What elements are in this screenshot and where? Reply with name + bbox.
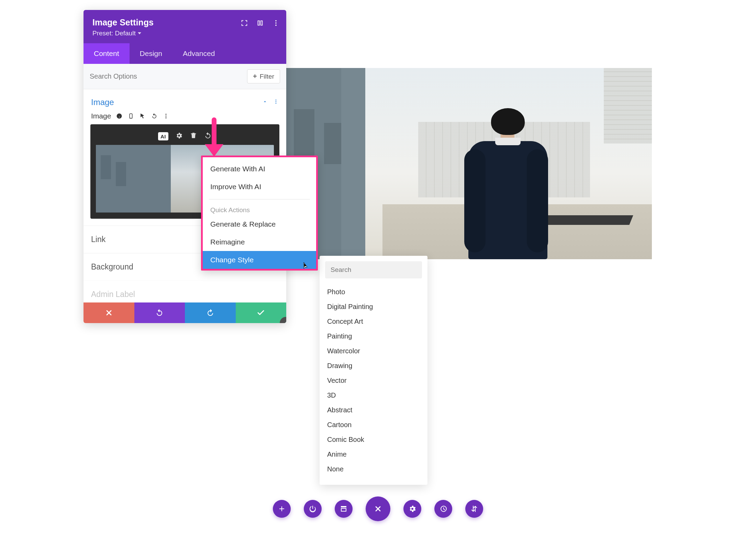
toolbar-history-button[interactable]	[434, 500, 452, 518]
section-header-controls	[262, 99, 279, 106]
ai-context-menu: Generate With AI Improve With AI Quick A…	[201, 156, 318, 271]
cancel-button[interactable]	[84, 302, 134, 323]
gear-icon[interactable]	[175, 132, 183, 141]
menu-item-change-style[interactable]: Change Style	[203, 251, 316, 269]
style-option-drawing[interactable]: Drawing	[320, 358, 427, 373]
style-option-painting[interactable]: Painting	[320, 329, 427, 344]
toolbar-close-button[interactable]	[366, 496, 390, 521]
svg-point-2	[275, 25, 277, 26]
admin-label-section-label: Admin Label	[91, 290, 135, 299]
undo-button[interactable]	[134, 302, 185, 323]
svg-point-5	[276, 103, 277, 104]
page-hero-image	[286, 68, 652, 259]
style-option-digital-painting[interactable]: Digital Painting	[320, 299, 427, 314]
style-option-concept-art[interactable]: Concept Art	[320, 314, 427, 329]
search-row: + Filter	[84, 64, 286, 89]
help-icon[interactable]: ?	[116, 113, 123, 119]
menu-item-reimagine[interactable]: Reimagine	[203, 233, 316, 251]
svg-point-9	[166, 114, 167, 115]
svg-point-8	[131, 117, 132, 118]
link-section-label: Link	[91, 235, 105, 244]
image-preview-toolbar: AI	[158, 132, 212, 141]
focus-icon[interactable]	[240, 19, 248, 27]
toolbar-library-button[interactable]	[335, 500, 353, 518]
image-field-label: Image	[91, 112, 111, 120]
style-option-cartoon[interactable]: Cartoon	[320, 417, 427, 432]
image-section-title: Image	[91, 98, 114, 107]
toolbar-add-button[interactable]	[273, 500, 291, 518]
ai-badge-icon[interactable]: AI	[158, 132, 168, 140]
image-field-label-row: Image ?	[84, 111, 286, 124]
builder-bottom-toolbar	[273, 496, 483, 521]
undo-icon[interactable]	[151, 113, 158, 119]
panel-tabs: Content Design Advanced	[84, 43, 286, 64]
style-option-vector[interactable]: Vector	[320, 373, 427, 388]
kebab-icon[interactable]	[163, 113, 169, 119]
style-option-photo[interactable]: Photo	[320, 285, 427, 299]
menu-item-generate-ai[interactable]: Generate With AI	[203, 160, 316, 178]
style-options-list: Photo Digital Painting Concept Art Paint…	[320, 282, 427, 479]
kebab-icon[interactable]	[272, 19, 280, 27]
tab-content[interactable]: Content	[84, 43, 130, 64]
device-icon[interactable]	[127, 113, 134, 119]
panel-preset-label: Preset: Default	[92, 30, 136, 37]
hero-bg-buildings-right	[604, 68, 652, 144]
toolbar-power-button[interactable]	[304, 500, 322, 518]
style-search-wrap	[325, 261, 422, 278]
caret-down-icon	[138, 32, 141, 34]
svg-point-10	[166, 116, 167, 117]
menu-sublabel-quick-actions: Quick Actions	[203, 203, 316, 215]
style-option-3d[interactable]: 3D	[320, 388, 427, 403]
image-section-header[interactable]: Image	[84, 89, 286, 111]
tab-advanced[interactable]: Advanced	[173, 43, 225, 64]
toolbar-settings-button[interactable]	[403, 500, 421, 518]
filter-button-label: Filter	[260, 73, 274, 80]
hero-person	[458, 108, 554, 259]
callout-arrow	[205, 117, 222, 159]
toolbar-swap-button[interactable]	[465, 500, 483, 518]
svg-point-11	[166, 117, 167, 118]
svg-point-4	[276, 101, 277, 102]
kebab-icon[interactable]	[273, 99, 279, 106]
plus-icon: +	[253, 72, 257, 80]
save-button[interactable]	[236, 302, 287, 323]
panel-header-icons	[240, 19, 280, 27]
redo-button[interactable]	[185, 302, 236, 323]
svg-point-3	[276, 100, 277, 101]
style-search-input[interactable]	[325, 261, 422, 278]
cursor-pointer-icon	[302, 262, 309, 271]
search-options-input[interactable]	[90, 72, 247, 80]
admin-label-section-row[interactable]: Admin Label	[84, 281, 286, 302]
style-option-watercolor[interactable]: Watercolor	[320, 344, 427, 358]
panel-preset-selector[interactable]: Preset: Default	[92, 30, 277, 37]
style-option-none[interactable]: None	[320, 462, 427, 477]
panel-bottom-actions	[84, 302, 286, 323]
svg-point-0	[275, 20, 277, 22]
style-option-abstract[interactable]: Abstract	[320, 403, 427, 417]
tab-design[interactable]: Design	[130, 43, 173, 64]
trash-icon[interactable]	[190, 132, 197, 141]
panel-header: Image Settings Preset: Default	[84, 10, 286, 43]
svg-point-1	[275, 22, 277, 24]
style-option-anime[interactable]: Anime	[320, 447, 427, 462]
svg-text:?: ?	[118, 114, 121, 118]
style-option-comic-book[interactable]: Comic Book	[320, 432, 427, 447]
chevron-up-icon[interactable]	[262, 99, 268, 106]
cursor-icon[interactable]	[139, 113, 146, 119]
menu-divider	[209, 199, 310, 199]
menu-item-generate-replace[interactable]: Generate & Replace	[203, 215, 316, 233]
filter-button[interactable]: + Filter	[247, 69, 280, 83]
background-section-label: Background	[91, 262, 133, 272]
style-options-panel: Photo Digital Painting Concept Art Paint…	[320, 256, 427, 485]
menu-item-improve-ai[interactable]: Improve With AI	[203, 178, 316, 196]
columns-icon[interactable]	[256, 19, 264, 27]
